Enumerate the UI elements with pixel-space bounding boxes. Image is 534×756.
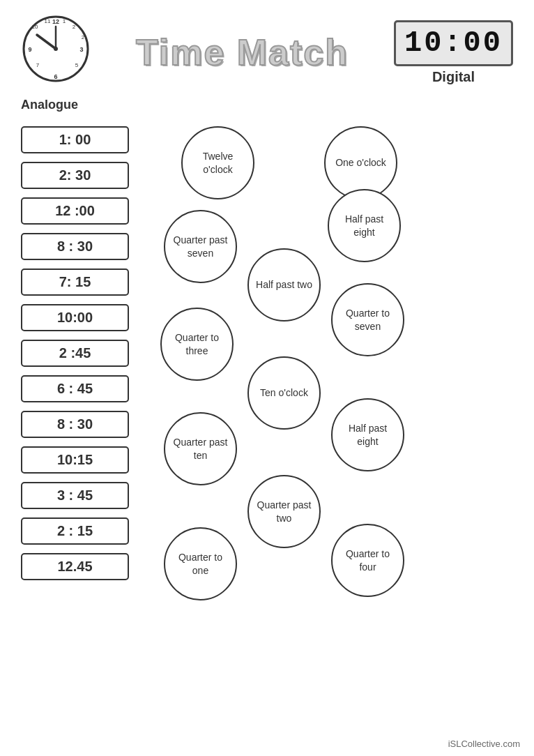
time-box[interactable]: 2 :45 <box>21 340 129 367</box>
page: 12 3 6 9 2 5 7 10 1 11 2 Time Match <box>0 0 534 756</box>
analog-clock: 12 3 6 9 2 5 7 10 1 11 2 <box>21 14 91 84</box>
svg-text:9: 9 <box>28 46 31 53</box>
time-box[interactable]: 2 : 15 <box>21 517 129 545</box>
time-box[interactable]: 6 : 45 <box>21 375 129 402</box>
svg-text:7: 7 <box>36 62 40 68</box>
time-boxes-column: 1: 00 2: 30 12 :00 8 : 30 7: 15 10:00 2 … <box>21 119 129 691</box>
section-labels: Analogue <box>21 98 513 112</box>
time-box[interactable]: 7: 15 <box>21 269 129 296</box>
time-box[interactable]: 2: 30 <box>21 162 129 189</box>
analogue-label: Analogue <box>21 98 132 112</box>
svg-text:10: 10 <box>32 24 38 30</box>
page-title: Time Match <box>136 31 349 73</box>
time-box[interactable]: 8 : 30 <box>21 411 129 438</box>
circle-item[interactable]: Half past eight <box>328 189 401 262</box>
circle-item[interactable]: Ten o'clock <box>247 356 321 430</box>
circle-item[interactable]: Half past two <box>247 248 321 322</box>
circles-area: Twelve o'clock One o'clock Quarter past … <box>129 119 513 691</box>
svg-text:11: 11 <box>45 18 51 24</box>
circle-item[interactable]: Quarter to three <box>160 308 234 381</box>
svg-point-14 <box>54 47 58 51</box>
header: 12 3 6 9 2 5 7 10 1 11 2 Time Match <box>21 14 513 91</box>
clock-container: 12 3 6 9 2 5 7 10 1 11 2 <box>21 14 98 91</box>
svg-text:1: 1 <box>63 18 66 24</box>
time-box[interactable]: 10:00 <box>21 304 129 331</box>
time-box[interactable]: 12 :00 <box>21 197 129 225</box>
circle-item[interactable]: Quarter past two <box>247 475 321 548</box>
svg-text:5: 5 <box>75 62 79 68</box>
circle-item[interactable]: Quarter past ten <box>164 412 237 485</box>
svg-text:2: 2 <box>73 24 76 30</box>
svg-text:2: 2 <box>82 34 85 40</box>
digital-display-container: 10:00 Digital <box>394 20 513 85</box>
digital-time-display: 10:00 <box>394 20 513 66</box>
time-box[interactable]: 8 : 30 <box>21 233 129 260</box>
footer: iSLCollective.com <box>448 739 520 749</box>
circle-item[interactable]: Quarter to one <box>164 527 237 600</box>
svg-text:12: 12 <box>52 18 59 25</box>
circle-item[interactable]: Twelve o'clock <box>181 126 254 199</box>
circle-item[interactable]: Quarter past seven <box>164 210 237 283</box>
digital-label: Digital <box>432 69 475 85</box>
time-box[interactable]: 1: 00 <box>21 126 129 153</box>
svg-text:3: 3 <box>79 46 83 53</box>
svg-text:6: 6 <box>54 73 57 80</box>
circle-item[interactable]: Quarter to four <box>331 524 404 597</box>
circle-item[interactable]: Half past eight <box>331 398 404 471</box>
time-box[interactable]: 12.45 <box>21 553 129 580</box>
circle-item[interactable]: Quarter to seven <box>331 283 404 356</box>
title-area: Time Match <box>105 31 380 73</box>
time-box[interactable]: 10:15 <box>21 446 129 474</box>
main-content: 1: 00 2: 30 12 :00 8 : 30 7: 15 10:00 2 … <box>21 119 513 691</box>
time-box[interactable]: 3 : 45 <box>21 482 129 509</box>
